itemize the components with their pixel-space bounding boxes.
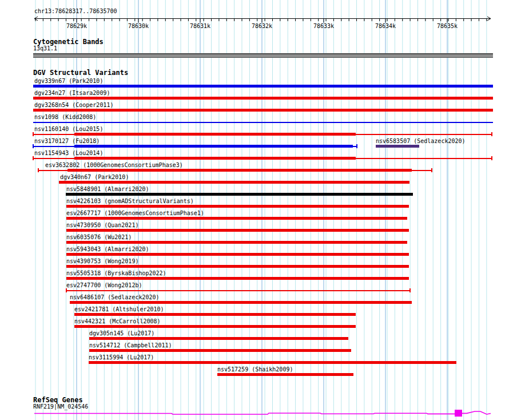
variant-label[interactable]: nsv4226103 (gnomADStructuralVariants) — [66, 198, 194, 204]
variant-bar[interactable] — [66, 229, 409, 232]
variant-label[interactable]: nsv5943043 (Almarri2020) — [66, 246, 149, 252]
variant-bar[interactable] — [70, 301, 412, 304]
variant-bar[interactable] — [66, 277, 409, 280]
variant-label[interactable]: nsv1098 (Kidd2008) — [34, 114, 96, 120]
ruler-tick-label: 78632k — [252, 23, 272, 29]
variant-bar[interactable] — [217, 373, 353, 376]
variant-label[interactable]: nsv6583507 (Sedlazeck2020) — [376, 138, 466, 144]
variant-bar[interactable] — [33, 85, 493, 88]
variant-extent-line[interactable] — [66, 290, 410, 291]
variant-bar[interactable] — [66, 265, 409, 268]
variant-bar[interactable] — [67, 169, 412, 172]
variant-end-cap — [409, 288, 411, 292]
variant-bar[interactable] — [74, 313, 356, 316]
variant-end-cap — [38, 168, 39, 172]
variant-label[interactable]: nsv4390753 (Wong2019) — [66, 258, 138, 264]
variant-bar[interactable] — [89, 361, 456, 364]
variant-bar[interactable] — [74, 133, 356, 136]
variant-label[interactable]: dgv305n145 (Lu2017) — [89, 330, 154, 336]
variant-end-cap — [491, 156, 492, 160]
variant-bar[interactable] — [59, 181, 409, 184]
refseq-gene-line[interactable] — [34, 411, 491, 414]
variant-label[interactable]: dgv3268n54 (Cooper2011) — [34, 102, 113, 108]
variant-label[interactable]: nsv6035076 (Wu2021) — [66, 234, 132, 240]
variant-label[interactable]: nsv5848901 (Almarri2020) — [66, 186, 149, 192]
variant-label[interactable]: nsv3115994 (Lu2017) — [89, 354, 154, 360]
refseq-exon-box[interactable] — [455, 410, 462, 417]
variant-label[interactable]: esv2421781 (Altshuler2010) — [74, 306, 164, 312]
variant-bar[interactable] — [74, 145, 353, 148]
cytoband-name-label: 13q31.1 — [33, 45, 57, 51]
genome-browser-view: chr13:78628317..78635700 78629k78630k786… — [0, 0, 509, 420]
ruler-tick-label: 78630k — [128, 23, 149, 29]
ruler-tick-label: 78634k — [375, 23, 396, 29]
variant-label[interactable]: esv2747700 (Wong2012b) — [66, 282, 142, 288]
variant-end-cap — [33, 156, 34, 160]
variant-label[interactable]: nsv5505318 (ByrskaBishop2022) — [66, 270, 166, 276]
ruler-tick-label: 78633k — [313, 23, 334, 29]
variant-bar[interactable] — [66, 205, 409, 208]
variant-label[interactable]: nsv6486107 (Sedlazeck2020) — [70, 294, 160, 300]
variant-label[interactable]: nsv1160140 (Lou2015) — [34, 126, 103, 132]
variant-label[interactable]: esv3632802 (1000GenomesConsortiumPhase3) — [45, 162, 183, 168]
variant-bar[interactable] — [376, 145, 419, 148]
variant-label[interactable]: nsv4730950 (Quan2021) — [66, 222, 138, 228]
variant-bar[interactable] — [66, 241, 407, 244]
ruler-tick-label: 78635k — [437, 23, 458, 29]
variant-label[interactable]: esv2667717 (1000GenomesConsortiumPhase1) — [66, 210, 204, 216]
variant-bar[interactable] — [89, 337, 348, 340]
ruler-tick-label: 78629k — [66, 23, 87, 29]
variant-end-cap — [33, 132, 34, 136]
variant-label[interactable]: nsv442321 (McCarroll2008) — [74, 318, 161, 324]
variant-label[interactable]: nsv514712 (Campbell2011) — [89, 342, 172, 348]
variant-end-cap — [66, 288, 67, 292]
variant-label[interactable]: nsv517259 (Shaikh2009) — [217, 366, 293, 373]
refseq-gene-name-label: RNF219|NM_024546 — [33, 403, 88, 410]
variant-label[interactable]: nsv3170127 (Fu2018) — [34, 138, 100, 144]
variant-bar[interactable] — [33, 109, 493, 112]
variant-end-cap — [356, 144, 357, 148]
variant-end-cap — [431, 168, 432, 172]
variant-label[interactable]: nsv1154943 (Lou2014) — [34, 150, 103, 156]
variant-bar[interactable] — [66, 217, 407, 220]
variant-bar[interactable] — [89, 349, 351, 352]
variant-label[interactable]: dgv234n27 (Itsara2009) — [34, 90, 110, 96]
region-coordinates: chr13:78628317..78635700 — [34, 8, 117, 14]
cytoband-bar[interactable] — [33, 53, 493, 58]
variant-bar[interactable] — [66, 253, 409, 256]
section-title-dgv-structural-variants: DGV Structural Variants — [33, 69, 128, 77]
variant-label[interactable]: dgv339n67 (Park2010) — [34, 78, 103, 84]
variant-bar[interactable] — [33, 97, 493, 100]
variant-bar[interactable] — [74, 325, 356, 328]
variant-extent-line[interactable] — [33, 122, 493, 123]
variant-end-cap — [491, 132, 492, 136]
variant-bar[interactable] — [74, 157, 356, 160]
variant-label[interactable]: dgv340n67 (Park2010) — [60, 174, 129, 180]
ruler-tick-label: 78631k — [190, 23, 210, 29]
variant-bar[interactable] — [66, 193, 413, 196]
variant-end-cap — [33, 144, 34, 148]
